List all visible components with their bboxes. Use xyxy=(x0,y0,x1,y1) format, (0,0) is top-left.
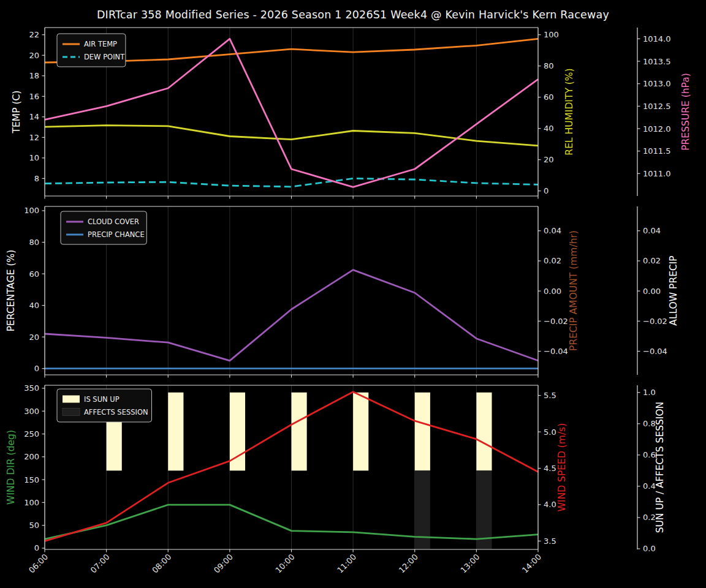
x-axis-tick-label: 14:00 xyxy=(520,552,543,575)
outer-right-axis-tick-label: 1014.0 xyxy=(643,34,671,43)
is-sun-up-bar xyxy=(292,393,307,471)
right-axis-tick-label: 5.5 xyxy=(544,391,556,400)
x-axis-tick-label: 13:00 xyxy=(458,552,481,575)
right-axis-tick-label: 40 xyxy=(544,124,554,133)
legend-box xyxy=(61,211,146,244)
left-axis-tick-label: 10 xyxy=(29,153,39,162)
cloud-precip-plot: 1008060402000.040.020.00−0.02−0.040.040.… xyxy=(6,206,679,377)
left-axis-tick-label: 100 xyxy=(24,498,39,507)
x-axis-tick-label: 09:00 xyxy=(212,552,235,575)
left-axis-tick-label: 20 xyxy=(29,333,39,342)
left-axis-tick-label: 12 xyxy=(29,133,39,142)
left-axis-title: PERCENTAGE (%) xyxy=(6,250,17,332)
x-axis-tick-label: 06:00 xyxy=(27,552,50,575)
x-axis-tick-label: 12:00 xyxy=(397,552,420,575)
affects-session-bar xyxy=(476,470,492,549)
left-axis-tick-label: 0 xyxy=(34,364,39,373)
outer-right-axis-title: ALLOW PRECIP xyxy=(668,255,679,325)
left-axis-tick-label: 0 xyxy=(34,543,39,552)
x-axis-tick-label: 10:00 xyxy=(274,552,297,575)
right-axis-tick-label: 4.0 xyxy=(544,500,556,509)
is-sun-up-bar xyxy=(415,393,430,471)
is-sun-up-legend-label: IS SUN UP xyxy=(84,395,120,404)
left-axis-tick-label: 80 xyxy=(29,238,39,247)
x-axis-tick-label: 11:00 xyxy=(335,552,358,575)
outer-right-axis-tick-label: 0.02 xyxy=(643,256,661,265)
outer-right-axis-tick-label: 1013.5 xyxy=(643,57,671,66)
chart-title: DIRTcar 358 Modified Series - 2026 Seaso… xyxy=(0,9,706,21)
right-axis-title: WIND SPEED (m/s) xyxy=(556,423,567,511)
legend-box xyxy=(57,389,152,422)
right-axis-tick-label: 0.02 xyxy=(544,256,561,265)
right-axis-tick-label: 3.5 xyxy=(544,537,556,546)
outer-right-axis-title: SUN UP / AFFECTS SESSION xyxy=(655,402,666,533)
outer-right-axis-tick-label: 0.8 xyxy=(643,419,656,428)
left-axis-tick-label: 250 xyxy=(24,429,39,439)
precip-chance-legend-label: PRECIP CHANCE xyxy=(88,230,145,239)
left-axis-tick-label: 350 xyxy=(24,383,39,393)
is-sun-up-legend-swatch xyxy=(63,396,80,403)
right-axis-tick-label: −0.04 xyxy=(544,347,568,356)
left-axis-tick-label: 22 xyxy=(29,30,39,39)
right-axis-tick-label: 60 xyxy=(544,92,554,102)
right-axis-title: PRECIP AMOUNT (mm/hr) xyxy=(568,230,579,351)
outer-right-axis-tick-label: 1.0 xyxy=(643,388,656,397)
left-axis-title: TEMP (C) xyxy=(11,91,22,134)
outer-right-axis-tick-label: 1011.0 xyxy=(643,169,671,178)
outer-right-axis-tick-label: −0.04 xyxy=(643,347,667,356)
left-axis-tick-label: 50 xyxy=(29,521,39,530)
right-axis-tick-label: 0 xyxy=(544,186,548,195)
left-axis-tick-label: 20 xyxy=(29,51,39,60)
outer-right-axis-tick-label: 1013.0 xyxy=(643,79,671,88)
right-axis-tick-label: 0.04 xyxy=(544,226,561,235)
forecast-plots-canvas: 2220181614121081008060402001014.01013.51… xyxy=(0,0,706,588)
outer-right-axis-tick-label: 0.04 xyxy=(643,226,661,235)
left-axis-tick-label: 8 xyxy=(34,174,39,183)
is-sun-up-bar xyxy=(353,393,368,471)
weather-forecast-screen: DIRTcar 358 Modified Series - 2026 Seaso… xyxy=(0,0,706,588)
is-sun-up-bar xyxy=(476,393,492,471)
left-axis-tick-label: 40 xyxy=(29,301,39,310)
dew-point-legend-label: DEW POINT xyxy=(84,53,125,61)
air-temp-legend-label: AIR TEMP xyxy=(84,40,117,48)
affects-session-legend-swatch xyxy=(63,409,80,416)
left-axis-tick-label: 14 xyxy=(29,112,39,121)
outer-right-axis-tick-label: −0.02 xyxy=(643,317,667,326)
x-axis-tick-label: 08:00 xyxy=(150,552,173,575)
left-axis-tick-label: 150 xyxy=(24,475,39,484)
right-axis-tick-label: 100 xyxy=(544,30,559,39)
right-axis-tick-label: 80 xyxy=(544,61,554,70)
cloud-cover-legend-label: CLOUD COVER xyxy=(88,217,139,226)
wind-sun-plot: 3503002502001501005005.55.04.54.03.51.00… xyxy=(6,383,666,575)
right-axis-title: REL HUMIDITY (%) xyxy=(564,68,575,155)
temp-humidity-pressure-plot: 2220181614121081008060402001014.01013.51… xyxy=(11,28,691,199)
outer-right-axis-tick-label: 1012.0 xyxy=(643,124,671,134)
outer-right-axis-tick-label: 1011.5 xyxy=(643,146,671,156)
right-axis-tick-label: −0.02 xyxy=(544,317,568,326)
outer-right-axis-tick-label: 0.2 xyxy=(643,513,656,522)
outer-right-axis-tick-label: 0.4 xyxy=(643,481,656,491)
outer-right-axis-tick-label: 1012.5 xyxy=(643,102,671,111)
x-axis-tick-label: 07:00 xyxy=(89,552,112,575)
left-axis-tick-label: 16 xyxy=(29,92,39,101)
is-sun-up-bar xyxy=(168,393,183,471)
outer-right-axis-title: PRESSURE (hPa) xyxy=(680,73,691,151)
left-axis-tick-label: 60 xyxy=(29,270,39,279)
outer-right-axis-tick-label: 0.00 xyxy=(643,287,661,296)
outer-right-axis-tick-label: 0.0 xyxy=(643,544,656,553)
outer-right-axis-tick-label: 0.6 xyxy=(643,450,656,459)
legend-box xyxy=(57,34,126,67)
left-axis-title: WIND DIR (deg) xyxy=(6,430,17,505)
left-axis-tick-label: 100 xyxy=(24,206,39,215)
left-axis-tick-label: 18 xyxy=(29,71,39,80)
left-axis-tick-label: 300 xyxy=(24,407,39,416)
right-axis-tick-label: 20 xyxy=(544,155,554,164)
right-axis-tick-label: 5.0 xyxy=(544,428,556,437)
right-axis-tick-label: 4.5 xyxy=(544,464,556,473)
affects-session-legend-label: AFFECTS SESSION xyxy=(84,408,148,417)
left-axis-tick-label: 200 xyxy=(24,452,39,461)
right-axis-tick-label: 0.00 xyxy=(544,287,561,296)
